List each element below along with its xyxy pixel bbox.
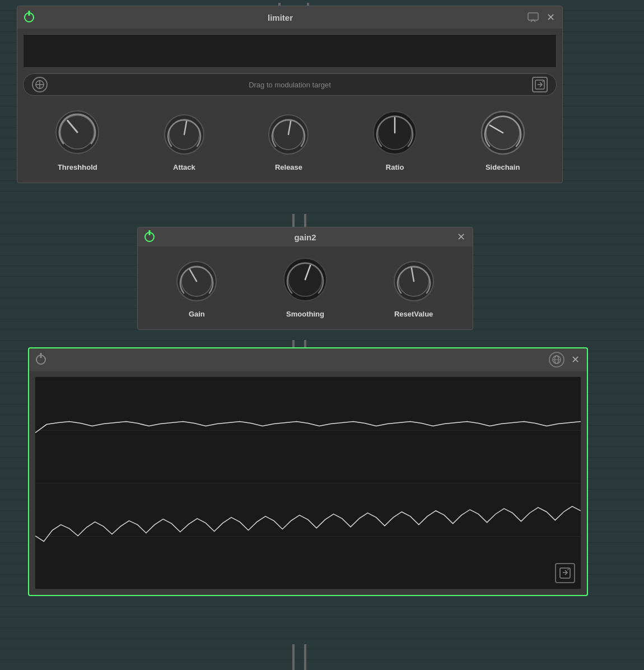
oscilloscope-display [35, 376, 581, 589]
sidechain-knob-container: Sidechain [478, 108, 528, 171]
svg-rect-1 [24, 35, 556, 67]
modulation-text: Drag to modulation target [53, 81, 526, 89]
grid-line-3 [35, 536, 581, 537]
resetvalue-knob-container: ResetValue [391, 258, 437, 318]
gain2-title: gain2 [156, 232, 455, 242]
chat-icon[interactable] [525, 10, 541, 25]
resetvalue-label: ResetValue [394, 310, 433, 318]
gain-knob[interactable] [174, 258, 220, 306]
globe-icon[interactable] [549, 352, 564, 367]
gain2-panel: gain2 ✕ Gain [137, 227, 473, 330]
attack-label: Attack [173, 163, 195, 171]
sidechain-label: Sidechain [486, 163, 520, 171]
gain-knob-container: Gain [174, 258, 220, 318]
power-on-icon [24, 12, 34, 22]
limiter-close-button[interactable]: ✕ [544, 11, 557, 24]
smoothing-knob[interactable] [281, 255, 330, 306]
osc-header: ✕ [29, 348, 587, 371]
osc-power-button[interactable] [35, 353, 47, 366]
gain2-knobs-row: Gain Smoothing [143, 252, 467, 324]
attack-knob-container: Attack [161, 111, 207, 171]
gain2-content: Gain Smoothing [138, 246, 473, 329]
threshhold-label: Threshhold [58, 163, 97, 171]
gain2-power-icon [144, 232, 155, 242]
osc-content [29, 371, 587, 595]
oscilloscope-panel: ✕ [28, 347, 588, 596]
grid-line-2 [35, 483, 581, 483]
osc-export-button[interactable] [555, 563, 575, 583]
smoothing-knob-container: Smoothing [281, 255, 330, 318]
compass-icon[interactable] [32, 77, 48, 92]
limiter-title: limiter [35, 13, 525, 22]
grid-line-1 [35, 430, 581, 431]
smoothing-label: Smoothing [286, 310, 324, 318]
threshhold-knob-container: Threshhold [52, 107, 102, 171]
release-label: Release [275, 163, 302, 171]
modulation-bar[interactable]: Drag to modulation target [23, 73, 557, 96]
limiter-header: limiter ✕ [17, 6, 562, 29]
osc-close-button[interactable]: ✕ [569, 353, 581, 366]
sidechain-knob[interactable] [478, 108, 528, 160]
ratio-label: Ratio [386, 163, 404, 171]
limiter-content: Drag to modulation target [17, 29, 562, 183]
gain-label: Gain [189, 310, 205, 318]
limiter-panel: limiter ✕ [17, 6, 563, 183]
svg-rect-25 [560, 568, 570, 578]
modulation-export-icon[interactable] [532, 77, 548, 92]
threshhold-knob[interactable] [52, 107, 102, 160]
osc-power-icon [36, 355, 46, 365]
limiter-waveform [23, 34, 557, 68]
gain2-power-button[interactable] [143, 231, 156, 243]
release-knob-container: Release [265, 111, 311, 171]
gain2-close-button[interactable]: ✕ [455, 231, 467, 243]
limiter-power-button[interactable] [23, 11, 35, 24]
ratio-knob[interactable] [370, 108, 419, 160]
ratio-knob-container: Ratio [370, 108, 419, 171]
gain2-header: gain2 ✕ [138, 227, 473, 246]
attack-knob[interactable] [161, 111, 207, 160]
resetvalue-knob[interactable] [391, 258, 437, 306]
release-knob[interactable] [265, 111, 311, 160]
limiter-knobs-row: Threshhold Attack [23, 104, 557, 177]
